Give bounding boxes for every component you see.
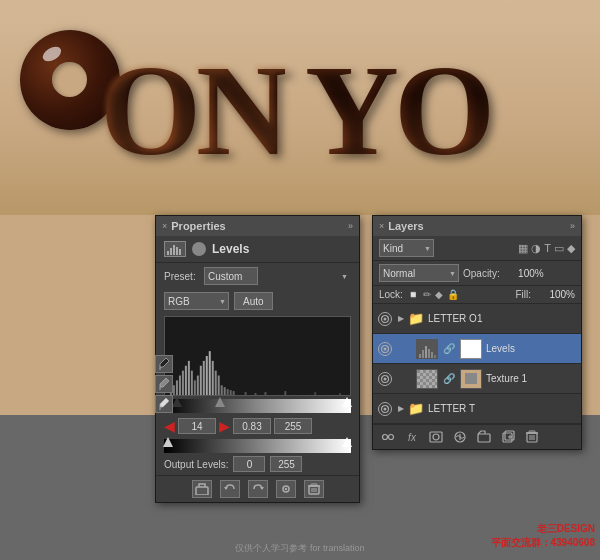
svg-rect-56	[428, 349, 430, 358]
mid-point-arrow: ▶	[219, 418, 230, 434]
auto-button[interactable]: Auto	[234, 292, 273, 310]
black-point-handle[interactable]	[172, 397, 182, 407]
lock-artboard-icon[interactable]: ◆	[435, 289, 443, 300]
new-layer-button[interactable]	[499, 429, 517, 445]
layer-visibility-o1[interactable]	[378, 312, 392, 326]
shape-layer-filter-icon[interactable]: ▭	[554, 242, 564, 255]
pixel-layer-filter-icon[interactable]: ▦	[518, 242, 528, 255]
layer-fx-button[interactable]: fx	[403, 429, 421, 445]
input-slider[interactable]	[164, 399, 351, 413]
layer-name-levels: Levels	[486, 343, 576, 354]
type-layer-filter-icon[interactable]: T	[544, 242, 551, 255]
svg-rect-11	[185, 366, 187, 395]
mid-input[interactable]	[233, 418, 271, 434]
output-white-handle[interactable]	[342, 437, 352, 447]
layer-folder-icon-t: 📁	[408, 401, 424, 416]
chocolate-text: ON YO	[0, 10, 600, 210]
lock-all-icon[interactable]: 🔒	[447, 289, 459, 300]
layer-item-texture1[interactable]: 🔗 Texture 1	[373, 364, 581, 394]
properties-titlebar: × Properties »	[156, 216, 359, 236]
svg-rect-70	[478, 434, 490, 442]
kind-select[interactable]: Kind	[379, 239, 434, 257]
output-black-handle[interactable]	[163, 437, 173, 447]
layers-close-icon[interactable]: ×	[379, 221, 384, 231]
svg-rect-31	[284, 391, 286, 395]
properties-close-icon[interactable]: ×	[162, 221, 167, 231]
layer-link-button[interactable]	[379, 429, 397, 445]
histogram-area	[164, 316, 351, 396]
preset-select[interactable]: Custom	[204, 267, 258, 285]
black-input[interactable]	[178, 418, 216, 434]
layer-visibility-levels[interactable]	[378, 342, 392, 356]
fill-value[interactable]: 100%	[535, 289, 575, 300]
add-mask-button[interactable]	[427, 429, 445, 445]
white-point-handle[interactable]	[342, 397, 352, 407]
layer-visibility-t[interactable]	[378, 402, 392, 416]
svg-rect-20	[212, 361, 214, 395]
brand-info: 老三DESIGN 平面交流群：43940608	[491, 522, 596, 550]
svg-rect-54	[422, 350, 424, 358]
gray-eyedropper-button[interactable]	[155, 375, 173, 393]
eyedropper-toolbar	[155, 355, 173, 413]
blend-mode-select[interactable]: Normal	[379, 264, 459, 282]
output-gradient	[164, 439, 351, 453]
lock-position-icon[interactable]: ✏	[423, 289, 431, 300]
svg-rect-12	[188, 361, 190, 395]
svg-rect-24	[224, 387, 226, 395]
output-white-input[interactable]	[270, 456, 302, 472]
opacity-value[interactable]: 100%	[504, 268, 544, 279]
svg-rect-13	[191, 371, 193, 395]
svg-rect-53	[419, 354, 421, 358]
svg-rect-8	[176, 380, 178, 395]
output-black-input[interactable]	[233, 456, 265, 472]
new-adjustment-button[interactable]	[451, 429, 469, 445]
preset-select-wrapper: Custom	[204, 267, 351, 285]
brand-contact: 平面交流群：43940608	[491, 536, 596, 550]
svg-rect-10	[182, 371, 184, 395]
properties-collapse-icon[interactable]: »	[348, 221, 353, 231]
svg-rect-33	[339, 393, 341, 395]
new-group-button[interactable]	[475, 429, 493, 445]
adjustment-layer-filter-icon[interactable]: ◑	[531, 242, 541, 255]
svg-rect-80	[529, 431, 535, 433]
layers-bottom-toolbar: fx	[373, 424, 581, 449]
svg-rect-21	[215, 371, 217, 395]
lock-pixels-icon[interactable]: ◽	[407, 289, 419, 300]
kind-filter-icons: ▦ ◑ T ▭ ◆	[438, 242, 575, 255]
svg-rect-17	[203, 361, 205, 395]
svg-rect-15	[197, 376, 199, 396]
layer-item-levels[interactable]: 🔗 Levels	[373, 334, 581, 364]
svg-point-49	[384, 317, 387, 320]
svg-rect-44	[311, 484, 317, 486]
layer-group-arrow-o1[interactable]: ▶	[398, 314, 404, 323]
white-eyedropper-button[interactable]	[155, 395, 173, 413]
view-button[interactable]	[276, 480, 296, 498]
layer-item-letter-o1[interactable]: ▶ 📁 LETTER O1	[373, 304, 581, 334]
redo-button[interactable]	[248, 480, 268, 498]
layer-item-letter-t[interactable]: ▶ 📁 LETTER T	[373, 394, 581, 424]
white-input[interactable]	[274, 418, 312, 434]
delete-layer-button[interactable]	[523, 429, 541, 445]
svg-rect-58	[434, 355, 436, 358]
svg-rect-2	[173, 245, 175, 255]
svg-rect-27	[233, 391, 235, 395]
black-eyedropper-button[interactable]	[155, 355, 173, 373]
svg-point-63	[383, 435, 388, 440]
levels-visibility-toggle[interactable]	[192, 242, 206, 256]
mid-point-handle[interactable]	[215, 397, 225, 407]
layer-visibility-texture1[interactable]	[378, 372, 392, 386]
layer-folder-icon-o1: 📁	[408, 311, 424, 326]
layer-chain-levels: 🔗	[443, 343, 455, 354]
channel-select[interactable]: RGB	[164, 292, 229, 310]
layer-group-arrow-t[interactable]: ▶	[398, 404, 404, 413]
blend-mode-wrapper: Normal	[379, 264, 459, 282]
layers-collapse-icon[interactable]: »	[570, 221, 575, 231]
svg-point-64	[389, 435, 394, 440]
delete-adjustment-button[interactable]	[304, 480, 324, 498]
channel-select-wrapper: RGB	[164, 292, 229, 310]
clip-to-layer-button[interactable]	[192, 480, 212, 498]
levels-title: Levels	[212, 242, 249, 256]
svg-rect-18	[206, 356, 208, 395]
undo-button[interactable]	[220, 480, 240, 498]
smartobject-filter-icon[interactable]: ◆	[567, 242, 575, 255]
